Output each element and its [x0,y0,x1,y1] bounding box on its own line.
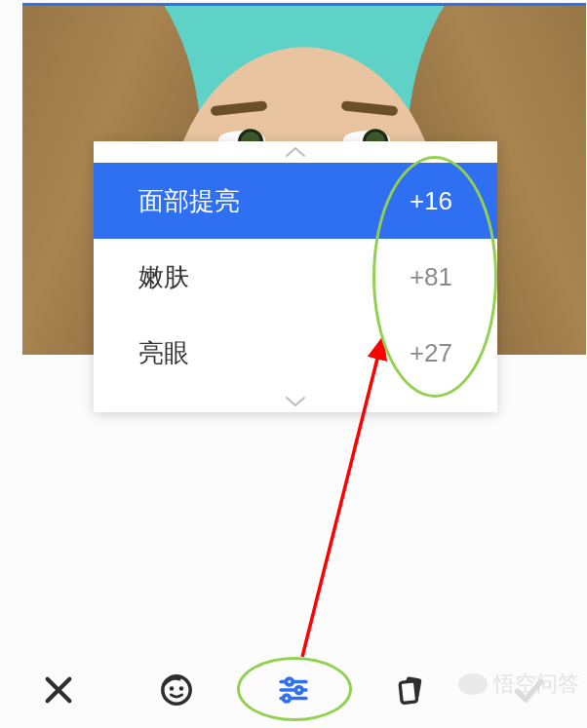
adjustment-row-label: 面部提亮 [138,184,240,218]
adjustment-row-skin-smooth[interactable]: 嫩肤 +81 [94,239,497,315]
svg-point-6 [295,687,302,694]
cards-icon [394,673,427,707]
chevron-down-icon [284,395,307,408]
svg-rect-10 [400,681,417,704]
adjustment-row-label: 亮眼 [138,336,189,370]
chevron-up-icon [284,145,307,159]
panel-scroll-down[interactable] [94,391,497,412]
adjustment-row-label: 嫩肤 [138,260,189,294]
adjustment-row-face-brighten[interactable]: 面部提亮 +16 [94,163,497,239]
svg-point-1 [169,686,174,691]
svg-point-8 [283,695,290,702]
close-button[interactable] [20,661,98,719]
close-icon [42,673,75,707]
styles-button[interactable] [372,661,450,719]
adjustment-row-value: +81 [410,262,452,292]
apply-button[interactable] [489,661,567,719]
bottom-toolbar [0,652,587,728]
face-tool-button[interactable] [137,661,215,719]
tune-icon [277,673,310,707]
face-icon [160,673,193,707]
adjustment-row-value: +16 [410,186,452,216]
svg-point-4 [286,678,293,685]
adjustment-row-value: +27 [410,338,452,368]
check-icon [512,673,545,707]
panel-scroll-up[interactable] [94,141,497,163]
adjustment-row-eye-brighten[interactable]: 亮眼 +27 [94,315,497,391]
tune-button[interactable] [254,661,333,719]
svg-point-2 [178,686,183,691]
adjustment-panel: 面部提亮 +16 嫩肤 +81 亮眼 +27 [94,141,497,412]
